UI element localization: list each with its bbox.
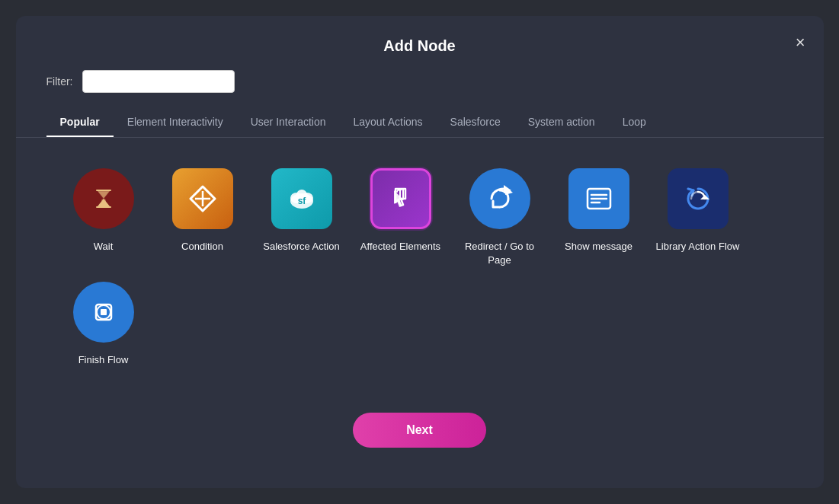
- salesforce-icon: sf: [284, 181, 319, 216]
- wait-label: Wait: [94, 240, 114, 254]
- node-show-message[interactable]: Show message: [557, 168, 641, 254]
- node-redirect[interactable]: Redirect / Go to Page: [458, 168, 542, 266]
- affected-elements-icon-bg: [370, 168, 431, 229]
- hourglass-icon: [88, 183, 120, 215]
- node-condition[interactable]: Condition: [161, 168, 245, 254]
- library-action-icon-bg: [668, 168, 729, 229]
- cursor-icon: [383, 181, 418, 216]
- redirect-icon: [482, 181, 517, 216]
- show-message-icon-bg: [568, 168, 629, 229]
- svg-rect-2: [96, 206, 111, 208]
- filter-label: Filter:: [46, 75, 73, 88]
- svg-text:sf: sf: [297, 196, 306, 206]
- show-message-label: Show message: [565, 240, 632, 254]
- tab-system-action[interactable]: System action: [514, 108, 609, 137]
- svg-point-3: [101, 199, 106, 203]
- finish-flow-label: Finish Flow: [78, 353, 129, 367]
- modal-footer: Next: [16, 397, 824, 448]
- condition-label: Condition: [181, 240, 223, 254]
- nodes-grid: Wait Condition: [16, 138, 824, 397]
- node-affected-elements[interactable]: Affected Elements: [359, 168, 443, 254]
- finish-flow-icon-bg: [73, 282, 134, 343]
- node-library-action-flow[interactable]: Library Action Flow: [656, 168, 740, 254]
- svg-rect-1: [96, 190, 111, 191]
- svg-rect-21: [101, 309, 107, 315]
- node-wait[interactable]: Wait: [62, 168, 146, 254]
- redirect-label: Redirect / Go to Page: [458, 240, 542, 266]
- stop-icon: [86, 295, 121, 330]
- node-salesforce-action[interactable]: sf Salesforce Action: [260, 168, 344, 254]
- diamond-icon: [186, 182, 219, 215]
- close-button[interactable]: ×: [796, 34, 805, 51]
- refresh-icon: [680, 181, 716, 216]
- wait-icon-bg: [73, 168, 134, 229]
- modal-header: Add Node ×: [16, 16, 824, 70]
- add-node-modal: Add Node × Filter: Popular Element Inter…: [16, 16, 824, 488]
- filter-row: Filter:: [16, 70, 824, 108]
- salesforce-action-label: Salesforce Action: [263, 240, 339, 254]
- tab-layout-actions[interactable]: Layout Actions: [340, 108, 437, 137]
- tab-popular[interactable]: Popular: [46, 108, 114, 137]
- message-icon: [581, 181, 616, 216]
- modal-title: Add Node: [383, 37, 455, 55]
- redirect-icon-bg: [469, 168, 530, 229]
- tab-element-interactivity[interactable]: Element Interactivity: [114, 108, 237, 137]
- filter-input[interactable]: [82, 70, 235, 93]
- next-button[interactable]: Next: [353, 413, 486, 448]
- tab-salesforce[interactable]: Salesforce: [437, 108, 514, 137]
- condition-icon-bg: [172, 168, 233, 229]
- node-finish-flow[interactable]: Finish Flow: [62, 282, 146, 367]
- library-action-flow-label: Library Action Flow: [656, 240, 740, 254]
- affected-elements-label: Affected Elements: [360, 240, 440, 254]
- tab-user-interaction[interactable]: User Interaction: [237, 108, 340, 137]
- salesforce-icon-bg: sf: [271, 168, 332, 229]
- tabs-row: Popular Element Interactivity User Inter…: [16, 108, 824, 138]
- tab-loop[interactable]: Loop: [609, 108, 660, 137]
